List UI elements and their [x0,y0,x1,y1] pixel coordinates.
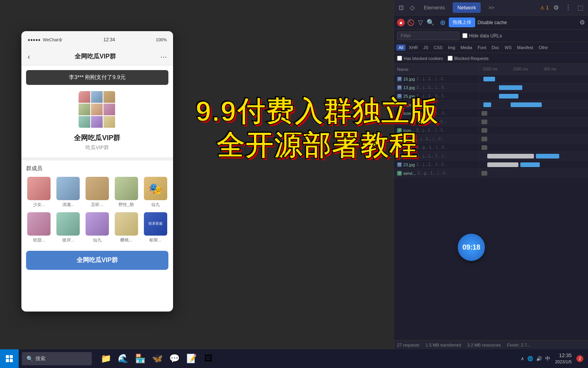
group-icon-grid [79,91,116,129]
taskbar-apps: 📁 🌊 🏪 🦋 💬 📝 🖼 [98,351,216,366]
row-bar-5 [480,118,588,126]
search-button[interactable]: 🔍 [427,19,434,26]
svg-rect-2 [6,359,9,362]
row-icon-9: 🖼 [397,154,402,158]
type-btn-xhr[interactable]: XHR [406,44,420,51]
bar-4 [481,111,487,116]
dock-icon[interactable]: ⬚ [576,2,585,13]
network-row-5[interactable]: ⚙ icon... 2... j... 1... (... 0... [394,118,588,126]
member-avatar-6 [27,212,51,236]
overlay-line2: 全开源部署教程 [216,130,418,161]
taskbar-app-edge[interactable]: 🌊 [115,351,131,366]
network-row-1[interactable]: 🖼 13.jpg 2... j... 1... 1... 6... [394,83,588,92]
row-icon-6: ⚙ [397,128,402,133]
bar-10b [520,162,540,167]
taskbar-app-tencent[interactable]: 🦋 [149,351,165,366]
taskbar-app-photos[interactable]: 🖼 [201,351,216,366]
hide-data-urls-checkbox[interactable] [462,33,467,38]
chevron-icon[interactable]: ∧ [521,356,524,361]
row-name-1: 🖼 13.jpg 2... j... 1... 1... 6... [394,85,480,90]
more-icon[interactable]: ⋮ [564,2,573,13]
group-icon-wrapper [26,91,168,129]
network-rows: 🖼 16.jpg 2... j... 1... (... 0... 🖼 13.j… [394,75,588,340]
taskbar-app-notes[interactable]: 📝 [184,351,199,366]
phone-more-button[interactable]: ··· [160,52,167,61]
type-btn-img[interactable]: Img [446,44,457,51]
row-bar-6 [480,126,588,135]
phone-nav-title: 全网吃瓜VIP群 [35,53,156,61]
inspect-icon[interactable]: ◇ [408,2,416,13]
start-button[interactable] [0,349,19,368]
row-name-8: ⚙ icon... 2... p... 1... (... 0... [394,145,480,150]
record-button[interactable]: ● [397,19,405,26]
type-btn-all[interactable]: All [396,44,406,51]
settings-icon[interactable]: ⚙ [552,2,560,13]
taskbar-clock[interactable]: 12:35 2023/1/5 [555,352,572,365]
blocked-requests-checkbox[interactable] [448,56,453,61]
filter-button[interactable]: ▽ [416,19,424,26]
tuoza-icon: ⊕ [440,18,446,27]
row-icon-1: 🖼 [397,85,402,90]
type-btn-ws[interactable]: WS [502,44,514,51]
tab-network[interactable]: Network [453,2,481,13]
tuoza-button[interactable]: 拖拽上传 [449,18,475,27]
type-btn-doc[interactable]: Doc [489,44,502,51]
notification-badge[interactable]: 2 [576,355,583,362]
network-row-0[interactable]: 🖼 16.jpg 2... j... 1... (... 0... [394,75,588,83]
cursor-icon[interactable]: ⊡ [397,2,405,13]
hide-data-urls-option[interactable]: Hide data URLs [462,33,502,39]
filter-input[interactable] [397,32,459,40]
tab-more[interactable]: >> [484,2,499,13]
network-row-4[interactable]: ⚙ icon... 2... p... 1... (... 0... [394,109,588,118]
network-row-8[interactable]: ⚙ icon... 2... p... 1... (... 0... [394,143,588,152]
network-row-6[interactable]: ⚙ icon... 2... j... 1... (... 0... [394,126,588,135]
type-btn-media[interactable]: Media [458,44,474,51]
bar-11 [481,171,487,176]
member-item-8: 仙九 [84,212,110,243]
network-settings-button[interactable]: ⚙ [579,19,585,26]
type-btn-font[interactable]: Font [475,44,488,51]
bar-9b [536,154,559,158]
row-name-3: 🖼 7.jpg 2... j... (... 2... [394,102,480,107]
bar-8 [481,145,487,150]
bar-3 [483,102,491,107]
type-btn-js[interactable]: JS [421,44,430,51]
taskbar-search[interactable]: 🔍 搜索 [22,352,92,365]
row-icon-0: 🖼 [397,77,402,81]
taskbar-search-text: 搜索 [35,355,46,362]
join-group-button[interactable]: 全网吃瓜VIP群 [26,251,168,270]
blocked-cookies-option[interactable]: Has blocked cookies [397,56,443,61]
taskbar-app-explorer[interactable]: 📁 [98,351,114,366]
disable-cache-button[interactable]: Disable cache [478,20,507,25]
lang-icon[interactable]: 中 [545,355,550,362]
taskbar-system-icons: ∧ 🌐 🔊 中 [521,355,550,362]
network-row-10[interactable]: 🖼 23.jpg 2... j... 1... 3... 6... [394,160,588,169]
network-row-3[interactable]: 🖼 7.jpg 2... j... (... 2... [394,100,588,109]
network-row-2[interactable]: 🖼 25.jpg 2... j... 1... 8... 5... [394,92,588,100]
blocked-requests-option[interactable]: Blocked Requests [448,56,489,61]
bar-5 [481,120,487,124]
taskbar-date: 2023/1/5 [555,359,572,365]
type-btn-manifest[interactable]: Manifest [515,44,536,51]
taskbar-app-wechat[interactable]: 💬 [166,351,182,366]
member-name-8: 仙九 [93,237,102,243]
type-btn-other[interactable]: Othe [536,44,550,51]
member-avatar-10: 联系客服 [144,212,167,236]
network-icon[interactable]: 🌐 [527,356,533,361]
tab-elements[interactable]: Elements [419,2,450,13]
taskbar-app-store[interactable]: 🏪 [132,351,148,366]
blocked-cookies-checkbox[interactable] [397,56,402,61]
clear-button[interactable]: 🚫 [407,19,414,26]
desktop: ●●●●● WeChat令 12:34 100% ‹ 全网吃瓜VIP群 ··· … [0,0,588,368]
type-btn-css[interactable]: CSS [431,44,445,51]
member-name-4: 野性_萌 [119,202,134,208]
network-row-7[interactable]: 🖼 5.jpg 2... j... 1... (... 0... [394,135,588,143]
warning-icon: ⚠ [540,5,544,11]
network-row-11[interactable]: ⚙ servi... 2... g... 1... (... 0... [394,169,588,178]
volume-icon[interactable]: 🔊 [536,356,542,361]
bar-3b [511,102,542,107]
warning-count: 1 [546,5,549,11]
timeline-label-3: 300 ms [544,67,556,71]
network-row-9[interactable]: 🖼 36.jpg 2... j... 1... 2... 1... [394,152,588,160]
phone-back-button[interactable]: ‹ [28,52,30,61]
